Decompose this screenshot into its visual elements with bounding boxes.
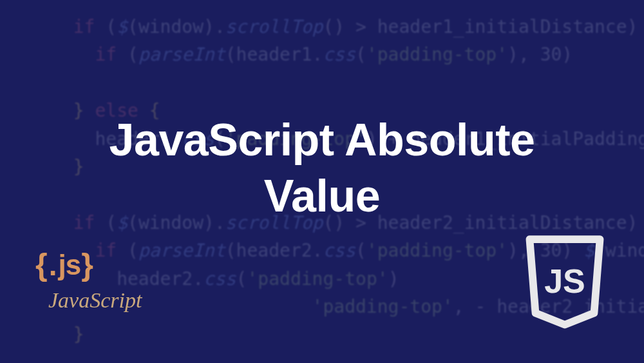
js-shield-icon: JS: [523, 234, 607, 331]
js-curly-logo: { . js }: [35, 247, 93, 282]
shield-text: JS: [544, 262, 585, 300]
brace-left: {: [35, 247, 48, 282]
javascript-word: JavaScript: [48, 288, 142, 313]
logo-dot: .: [49, 248, 57, 282]
brace-right: }: [81, 247, 93, 282]
title-line-2: Value: [264, 171, 380, 221]
article-banner: if ($(window).scrollTop() > header1_init…: [0, 0, 644, 363]
page-title: JavaScript Absolute Value: [32, 112, 612, 224]
logo-text: js: [58, 249, 80, 281]
title-line-1: JavaScript Absolute: [109, 114, 535, 164]
